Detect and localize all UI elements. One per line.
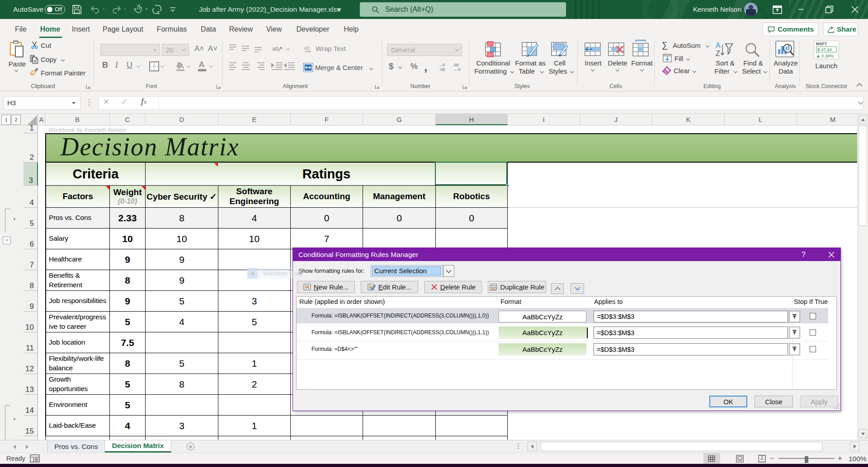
svg-text:ab: ab [272, 45, 278, 52]
svg-text:Z: Z [716, 50, 720, 57]
svg-text:ab: ab [304, 45, 309, 51]
svg-text:.00: .00 [439, 67, 445, 71]
svg-text:.00: .00 [453, 63, 459, 67]
svg-text:→.0: →.0 [453, 67, 461, 71]
svg-text:←0: ←0 [439, 63, 445, 67]
svg-text:A: A [716, 42, 721, 49]
